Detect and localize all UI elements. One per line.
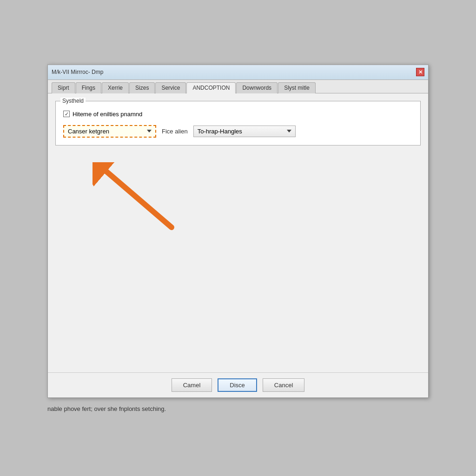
close-button[interactable]: ✕ — [416, 68, 424, 76]
tab-content: Systheld Hiteme of enilties pnamnd Canse… — [48, 93, 428, 372]
tab-xerrie[interactable]: Xerrie — [102, 82, 129, 93]
group-title: Systheld — [60, 98, 86, 104]
tab-slyst-mitle[interactable]: Slyst mitle — [278, 82, 316, 93]
title-bar: M/k-VII Mirrroc- Dmp ✕ — [48, 65, 428, 80]
controls-row: Canser ketgren Fice alien To-hrap-Hangle… — [63, 125, 413, 138]
window-title: M/k-VII Mirrroc- Dmp — [52, 69, 103, 75]
group-box: Systheld Hiteme of enilties pnamnd Canse… — [55, 101, 421, 145]
tab-fings[interactable]: Fings — [76, 82, 101, 93]
cancel-button[interactable]: Cancel — [263, 378, 304, 392]
dropdown-canser-arrow-icon — [147, 130, 152, 132]
dropdown-tohrap-value: To-hrap-Hangles — [198, 128, 242, 135]
arrow-icon — [93, 162, 185, 237]
tab-downwords[interactable]: Downwords — [236, 82, 278, 93]
arrow-annotation — [55, 153, 421, 246]
svg-line-1 — [106, 172, 172, 227]
dropdown-canser[interactable]: Canser ketgren — [63, 125, 156, 138]
tab-andcoption[interactable]: ANDCOPTION — [186, 82, 236, 93]
bottom-bar: Camel Disce Cancel — [48, 372, 428, 397]
checkbox-enilties[interactable] — [63, 111, 70, 117]
field-label: Fice alien — [162, 128, 188, 135]
tab-service[interactable]: Service — [155, 82, 186, 93]
caption: nable phove fert; over she fnplonts setc… — [47, 405, 429, 412]
dropdown-tohrap-arrow-icon — [287, 130, 291, 132]
dropdown-tohrap[interactable]: To-hrap-Hangles — [193, 126, 296, 137]
dropdown-canser-value: Canser ketgren — [68, 128, 109, 135]
tab-siprt[interactable]: Siprt — [52, 82, 75, 93]
camel-button[interactable]: Camel — [172, 378, 212, 392]
tab-sizes[interactable]: Sizes — [129, 82, 155, 93]
tab-bar: Siprt Fings Xerrie Sizes Service ANDCOPT… — [48, 80, 428, 93]
disce-button[interactable]: Disce — [218, 378, 257, 392]
checkbox-label: Hiteme of enilties pnamnd — [73, 111, 142, 118]
checkbox-row: Hiteme of enilties pnamnd — [63, 111, 413, 118]
main-window: M/k-VII Mirrroc- Dmp ✕ Siprt Fings Xerri… — [47, 64, 429, 398]
